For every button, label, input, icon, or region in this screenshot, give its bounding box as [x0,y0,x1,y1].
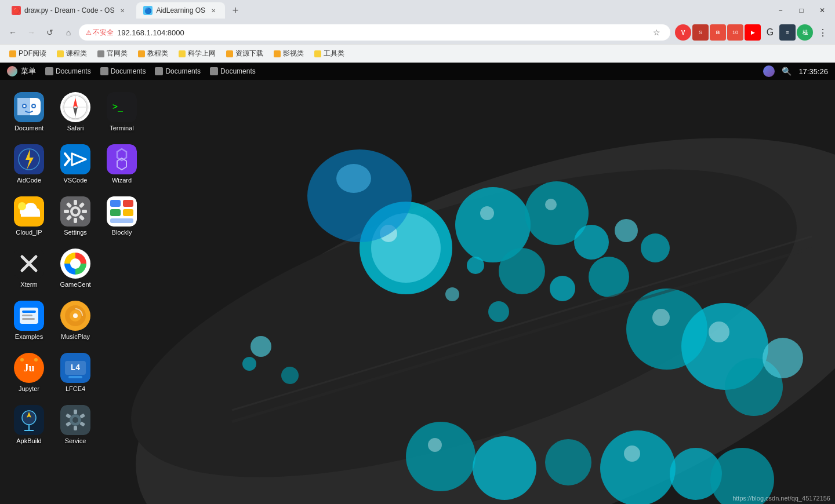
minimize-button[interactable]: − [772,2,789,19]
desktop-icon-musicplay[interactable]: MusicPlay [52,294,99,346]
desktop-icon-xterm[interactable]: Xterm [6,242,52,294]
gamecent-icon-img [60,249,90,279]
svg-point-74 [18,202,26,210]
maximize-button[interactable]: □ [793,2,809,19]
google-icon[interactable]: G [762,24,778,41]
desktop-icon-safari[interactable]: Safari [52,86,99,138]
bookmark-star-icon[interactable]: ☆ [649,25,663,39]
bookmark-vpn-icon [179,50,186,57]
svg-point-77 [73,209,78,214]
desktop-icon-aidcode[interactable]: AidCode [6,138,52,190]
svg-point-26 [428,438,442,452]
tab-close-draw[interactable]: ✕ [118,6,127,15]
svg-point-14 [550,276,575,301]
svg-rect-81 [82,210,87,213]
forward-button[interactable]: → [23,24,39,41]
youtube-icon[interactable]: ▶ [745,24,761,41]
desktop-icon-vscode[interactable]: VSCode [52,138,99,190]
os-menu-button[interactable]: 菜单 [7,66,36,76]
vscode-label: VSCode [64,177,88,184]
desktop-icon-jupyter[interactable]: JuJupyter [6,346,52,399]
bookmark-courses[interactable]: 课程类 [52,46,92,61]
bookmark-vpn-label: 科学上网 [188,49,216,59]
tab-close-aidlearning[interactable]: ✕ [209,6,218,15]
os-doc-1[interactable]: Documents [45,67,91,75]
os-taskbar: 菜单 Documents Documents Documents Documen… [0,63,835,80]
status-bar: https://blog.csdn.net/qq_45172156 [728,492,835,504]
bookmark-vpn[interactable]: 科学上网 [174,46,220,61]
svg-rect-123 [74,410,77,414]
svg-point-17 [445,287,459,301]
svg-rect-99 [22,311,36,313]
vivaldi-icon[interactable]: V [675,24,691,41]
bookmark-video[interactable]: 影视类 [269,46,308,61]
adblock-icon[interactable]: B [710,24,726,41]
svg-rect-78 [74,200,77,205]
ext-icon-2[interactable]: 10 [727,24,743,41]
svg-point-105 [73,313,78,318]
svg-point-38 [307,149,412,242]
desktop-icon-wizard[interactable]: Wizard [99,138,145,190]
close-button[interactable]: ✕ [814,2,830,19]
desktop-icon-cloudip[interactable]: Cloud_IP [6,190,52,242]
ext-icon-3[interactable]: ≡ [779,24,796,41]
desktop-icon-document[interactable]: Document [6,86,52,138]
svg-rect-79 [74,218,77,223]
document-label: Document [14,125,43,132]
os-clock: 17:35:26 [798,67,828,76]
home-button[interactable]: ⌂ [60,24,77,41]
desktop-icon-gamecent[interactable]: GameCent [52,242,99,294]
desktop-icon-examples[interactable]: Examples [6,294,52,346]
os-circle-icon[interactable] [763,65,775,77]
tab-draw[interactable]: 🔴 draw.py - Dream - Code - OS ✕ [5,2,134,19]
svg-rect-114 [68,376,82,378]
tab-favicon-aidlearning: 🔵 [143,6,153,15]
os-doc-3[interactable]: Documents [155,67,201,75]
refresh-button[interactable]: ↺ [42,24,58,41]
menu-icon[interactable]: ⋮ [814,24,830,41]
warning-icon: ⚠ [86,29,92,36]
terminal-icon-img: >_ [107,92,137,122]
service-icon-img [60,405,90,435]
desktop-icon-blockly[interactable]: Blockly [99,190,145,242]
bookmark-pdf[interactable]: PDF阅读 [5,46,51,61]
desktop-icon-apkbuild[interactable]: ApkBuild [6,399,52,451]
bookmark-tools[interactable]: 工具类 [310,46,349,61]
browser-chrome: 🔴 draw.py - Dream - Code - OS ✕ 🔵 AidLea… [0,0,835,63]
musicplay-label: MusicPlay [61,333,90,340]
svg-point-49 [32,105,35,107]
os-doc-4[interactable]: Documents [210,67,256,75]
os-menu-label: 菜单 [21,66,36,76]
desktop-icon-lfce4[interactable]: L4LFCE4 [52,346,99,399]
svg-text:Ju: Ju [23,362,34,374]
desktop-icon-settings[interactable]: Settings [52,190,99,242]
desktop-icons: DocumentSafari>_TerminalAidCodeVSCodeWiz… [0,80,151,504]
desktop-icon-terminal[interactable]: >_Terminal [99,86,145,138]
address-input-wrap[interactable]: ⚠ 不安全 192.168.1.104:8000 ☆ [79,24,670,41]
desktop-icon-service[interactable]: Service [52,399,99,451]
jupyter-icon-img: Ju [14,353,44,383]
cloudip-icon-img [14,196,44,227]
address-bar: ← → ↺ ⌂ ⚠ 不安全 192.168.1.104:8000 ☆ V S B… [0,21,835,44]
address-url: 192.168.1.104:8000 [117,28,184,37]
os-search-icon[interactable]: 🔍 [782,67,792,76]
bookmark-official-icon [97,50,104,57]
svg-point-48 [23,105,26,107]
svg-point-18 [488,301,509,322]
wizard-icon-img [107,144,137,174]
svg-point-35 [281,367,299,384]
lfce4-label: LFCE4 [66,385,85,392]
doc-icon-1 [45,67,53,75]
os-doc-2[interactable]: Documents [100,67,146,75]
new-tab-button[interactable]: + [227,2,244,19]
cloudip-label: Cloud_IP [16,229,42,236]
bookmark-tutorial[interactable]: 教程类 [133,46,173,61]
ext-icon-1[interactable]: S [692,24,709,41]
security-icon: ⚠ 不安全 [86,28,114,38]
doc-label-2: Documents [111,67,146,75]
bookmark-official[interactable]: 官网类 [93,46,132,61]
bookmark-download[interactable]: 资源下载 [222,46,268,61]
back-button[interactable]: ← [5,24,21,41]
avatar-icon[interactable]: 桂 [797,24,813,41]
tab-aidlearning[interactable]: 🔵 AidLearning OS ✕ [136,2,225,19]
